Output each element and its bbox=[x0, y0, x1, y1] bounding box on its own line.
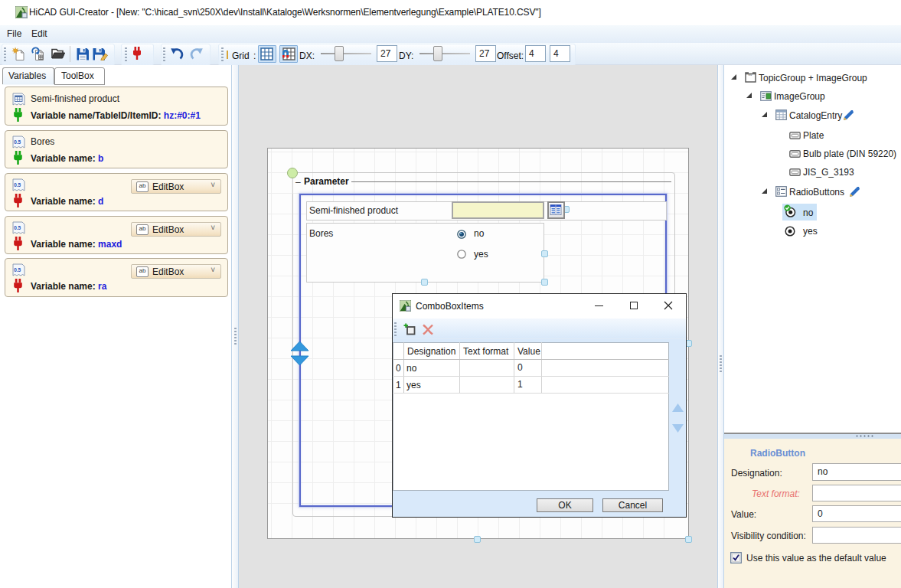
svg-text:tsv: tsv bbox=[749, 73, 752, 77]
svg-text:0.5: 0.5 bbox=[14, 267, 21, 273]
svg-text:0.5: 0.5 bbox=[14, 225, 21, 230]
svg-text:0.5: 0.5 bbox=[14, 139, 21, 145]
svg-text:0.5: 0.5 bbox=[14, 182, 21, 188]
